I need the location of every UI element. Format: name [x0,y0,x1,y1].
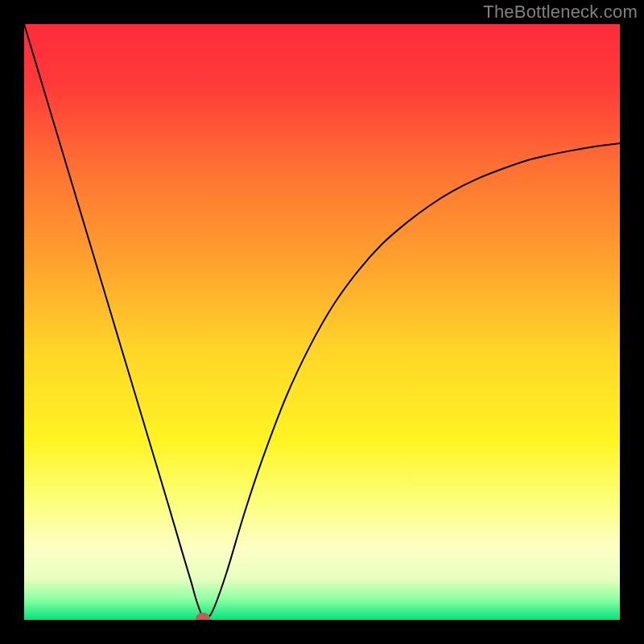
chart-plot-area [24,24,620,620]
chart-frame: TheBottleneck.com [0,0,644,644]
chart-svg [24,24,620,620]
watermark-text: TheBottleneck.com [483,2,638,23]
